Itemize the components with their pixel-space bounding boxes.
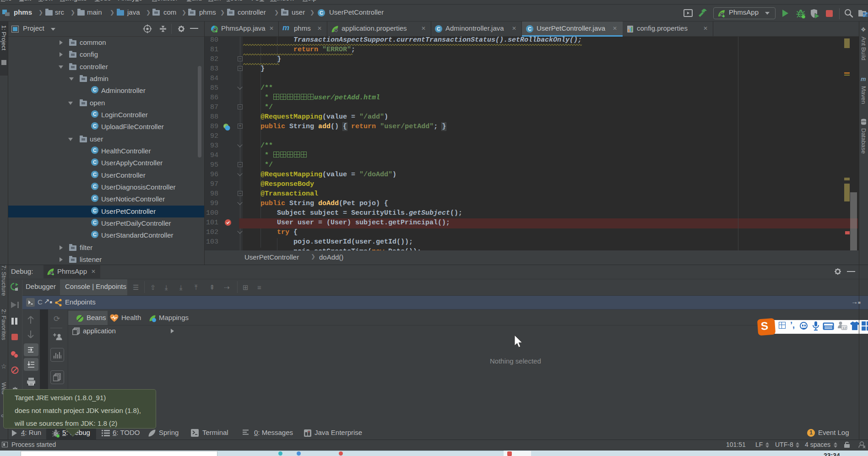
svg-text:12: 12 (842, 326, 846, 330)
